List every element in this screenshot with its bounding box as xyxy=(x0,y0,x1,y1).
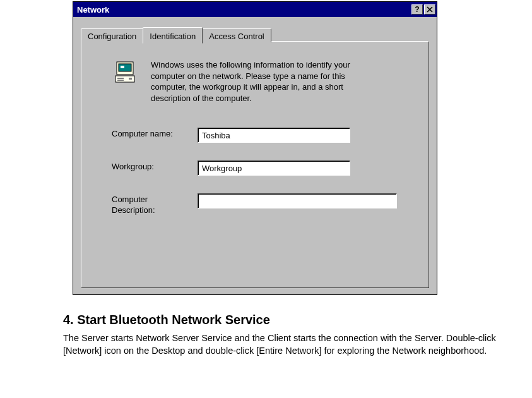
titlebar: Network ? xyxy=(73,2,437,17)
help-button[interactable]: ? xyxy=(411,4,423,15)
network-dialog: Network ? Configuration Identification xyxy=(73,1,437,295)
field-description: ComputerDescription: xyxy=(94,193,416,216)
svg-rect-6 xyxy=(117,78,124,79)
svg-rect-4 xyxy=(121,66,124,68)
document-section: 4. Start Bluetooth Network Service The S… xyxy=(0,295,532,357)
intro-text: Windows uses the following information t… xyxy=(151,59,353,104)
close-icon xyxy=(427,6,433,13)
svg-rect-7 xyxy=(117,80,124,81)
field-computer-name: Computer name: xyxy=(94,128,416,143)
computer-name-input[interactable] xyxy=(198,128,350,143)
description-label: ComputerDescription: xyxy=(112,193,198,216)
window-title: Network xyxy=(77,5,410,15)
tab-access-control[interactable]: Access Control xyxy=(202,28,271,42)
tab-strip: Configuration Identification Access Cont… xyxy=(81,26,271,42)
tab-label: Identification xyxy=(150,32,196,41)
tab-configuration[interactable]: Configuration xyxy=(81,28,143,42)
help-icon: ? xyxy=(415,6,419,13)
description-label-text: ComputerDescription: xyxy=(112,195,155,215)
workgroup-label: Workgroup: xyxy=(112,160,198,171)
tab-panel: Windows uses the following information t… xyxy=(81,41,429,288)
workgroup-input[interactable] xyxy=(198,160,350,176)
section-paragraph: The Server starts Network Server Service… xyxy=(63,332,517,357)
section-heading: 4. Start Bluetooth Network Service xyxy=(63,313,523,327)
close-button[interactable] xyxy=(424,4,435,15)
intro-row: Windows uses the following information t… xyxy=(94,59,416,104)
dialog-container: Network ? Configuration Identification xyxy=(0,0,532,295)
description-input[interactable] xyxy=(198,193,397,208)
field-workgroup: Workgroup: xyxy=(94,160,416,176)
computer-name-label: Computer name: xyxy=(112,128,198,138)
svg-rect-8 xyxy=(129,78,132,80)
tab-identification[interactable]: Identification xyxy=(143,27,203,44)
tab-label: Access Control xyxy=(209,32,264,41)
tab-label: Configuration xyxy=(88,32,136,41)
computer-icon xyxy=(113,61,138,88)
